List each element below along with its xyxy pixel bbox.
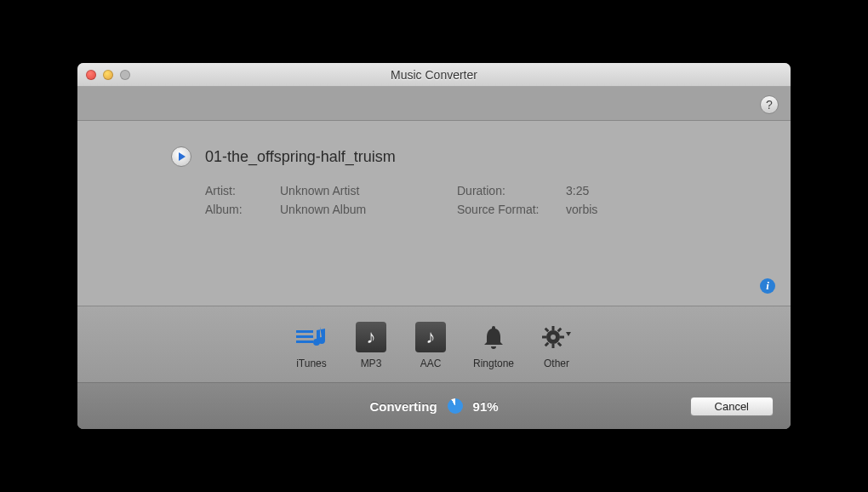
- status-percent: 91%: [473, 399, 499, 414]
- format-label: iTunes: [296, 358, 327, 369]
- titlebar[interactable]: Music Converter: [77, 63, 791, 87]
- svg-rect-0: [296, 330, 313, 333]
- format-aac[interactable]: ♪ AAC: [414, 320, 448, 369]
- aac-icon: ♪: [414, 320, 448, 354]
- svg-rect-9: [545, 327, 550, 332]
- itunes-icon: [294, 320, 328, 354]
- format-other[interactable]: Other: [540, 320, 574, 369]
- app-window: Music Converter ? 01-the_offspring-half_…: [77, 63, 791, 429]
- info-icon[interactable]: i: [760, 278, 775, 294]
- track-row: 01-the_offspring-half_truism: [171, 146, 714, 167]
- format-itunes[interactable]: iTunes: [294, 320, 328, 369]
- status-text: Converting 91%: [77, 398, 791, 414]
- bell-icon: [477, 320, 511, 354]
- duration-label: Duration:: [457, 184, 559, 197]
- toolbar: ?: [77, 87, 791, 121]
- svg-rect-11: [557, 327, 562, 332]
- svg-rect-12: [545, 341, 550, 346]
- gear-icon: [540, 320, 574, 354]
- source-format-label: Source Format:: [457, 203, 559, 216]
- svg-rect-7: [542, 335, 546, 338]
- svg-rect-8: [560, 335, 564, 338]
- format-mp3[interactable]: ♪ MP3: [354, 320, 388, 369]
- track-info-panel: 01-the_offspring-half_truism Artist: Unk…: [77, 121, 791, 306]
- play-icon: [179, 152, 186, 161]
- progress-pie-icon: [448, 398, 463, 414]
- svg-rect-6: [552, 344, 555, 348]
- album-value: Unknown Album: [280, 203, 450, 216]
- play-button[interactable]: [171, 146, 191, 167]
- format-label: Other: [544, 358, 569, 369]
- svg-rect-10: [557, 341, 562, 346]
- help-button[interactable]: ?: [760, 95, 779, 114]
- format-label: Ringtone: [473, 358, 514, 369]
- svg-rect-2: [296, 340, 313, 343]
- window-title: Music Converter: [77, 68, 791, 82]
- format-ringtone[interactable]: Ringtone: [473, 320, 514, 369]
- track-metadata: Artist: Unknown Artist Duration: 3:25 Al…: [205, 184, 714, 216]
- svg-rect-1: [296, 335, 313, 338]
- format-label: MP3: [361, 358, 382, 369]
- svg-point-4: [551, 335, 556, 340]
- status-label: Converting: [369, 399, 437, 414]
- artist-label: Artist:: [205, 184, 273, 197]
- track-filename: 01-the_offspring-half_truism: [205, 148, 396, 166]
- album-label: Album:: [205, 203, 273, 216]
- status-bar: Converting 91% Cancel: [77, 383, 791, 429]
- mp3-icon: ♪: [354, 320, 388, 354]
- format-toolbar: iTunes ♪ MP3 ♪ AAC Ringtone: [77, 306, 791, 383]
- svg-rect-5: [552, 326, 555, 330]
- cancel-button[interactable]: Cancel: [690, 397, 774, 416]
- format-label: AAC: [420, 358, 442, 369]
- duration-value: 3:25: [566, 184, 651, 197]
- artist-value: Unknown Artist: [280, 184, 450, 197]
- source-format-value: vorbis: [566, 203, 651, 216]
